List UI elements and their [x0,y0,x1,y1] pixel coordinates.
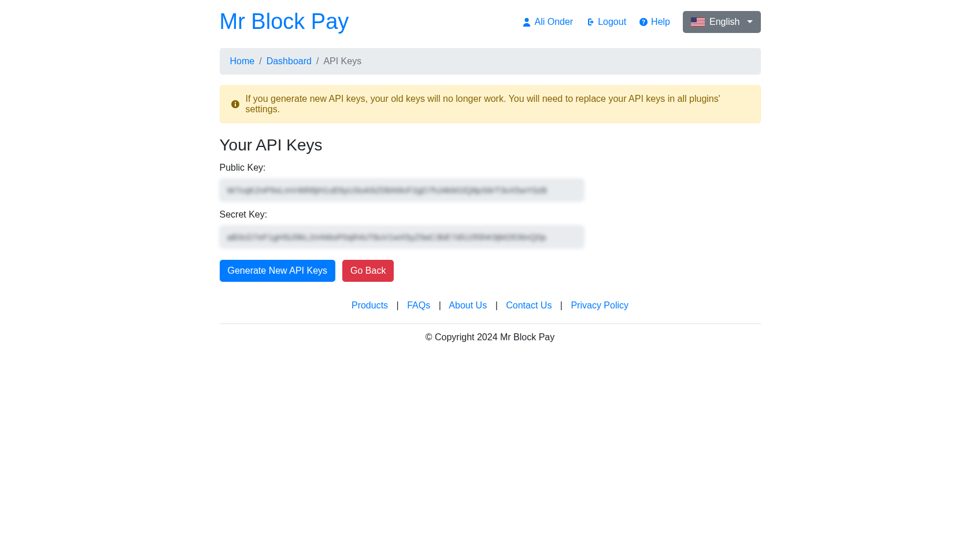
logout-link[interactable]: Logout [586,17,626,27]
footer-separator: | [560,300,563,310]
navbar: Mr Block Pay Ali Onder Logout ? Help [220,0,761,43]
svg-rect-7 [691,24,705,24]
footer-about[interactable]: About Us [449,300,487,310]
alert-message: If you generate new API keys, your old k… [246,94,750,115]
language-dropdown[interactable]: English [683,11,760,33]
public-key-field[interactable]: W7cqK2nP9xLmV4tR8jH1sE6yU3oA5iZ0bN9cF2gD… [220,179,584,201]
language-label: English [709,17,739,27]
footer-links: Products | FAQs | About Us | Contact Us … [220,300,761,311]
help-icon: ? [639,17,648,27]
copyright: © Copyright 2024 Mr Block Pay [220,332,761,360]
secret-key-field[interactable]: aB3cD7eF1gH5iJ9kL2mN6oP0qR4sT8uV1wX5yZ9a… [220,226,584,248]
footer-products[interactable]: Products [352,300,388,310]
svg-rect-8 [691,25,705,25]
breadcrumb-dashboard[interactable]: Dashboard [267,56,312,67]
footer-faqs[interactable]: FAQs [407,300,430,310]
public-key-label: Public Key: [220,163,761,173]
logout-link-label: Logout [598,17,626,27]
breadcrumb: Home / Dashboard / API Keys [220,48,761,75]
footer-separator: | [439,300,441,310]
nav-right: Ali Onder Logout ? Help [522,11,760,33]
user-link-label: Ali Onder [534,17,573,27]
svg-rect-12 [235,102,236,103]
help-link[interactable]: ? Help [639,17,670,27]
svg-rect-11 [235,104,236,106]
breadcrumb-separator: / [259,56,261,67]
page-title: Your API Keys [220,136,761,155]
footer-separator: | [495,300,498,310]
secret-key-label: Secret Key: [220,209,761,220]
breadcrumb-home[interactable]: Home [230,56,255,67]
user-icon [522,17,531,27]
logout-icon [586,17,595,27]
help-link-label: Help [651,17,670,27]
generate-button[interactable]: Generate New API Keys [220,260,336,282]
info-icon [231,100,240,109]
go-back-button[interactable]: Go Back [342,260,394,282]
footer-privacy[interactable]: Privacy Policy [571,300,628,310]
alert-warning: If you generate new API keys, your old k… [220,85,761,123]
footer-separator: | [397,300,399,310]
svg-rect-6 [691,22,705,23]
breadcrumb-current: API Keys [323,56,361,67]
flag-us-icon [691,17,705,27]
svg-text:?: ? [642,19,645,25]
user-link[interactable]: Ali Onder [522,17,573,27]
breadcrumb-separator: / [316,56,319,67]
footer-contact[interactable]: Contact Us [506,300,552,310]
svg-rect-9 [691,17,697,23]
brand-link[interactable]: Mr Block Pay [220,9,349,34]
button-row: Generate New API Keys Go Back [220,260,761,282]
footer-divider [220,323,761,324]
